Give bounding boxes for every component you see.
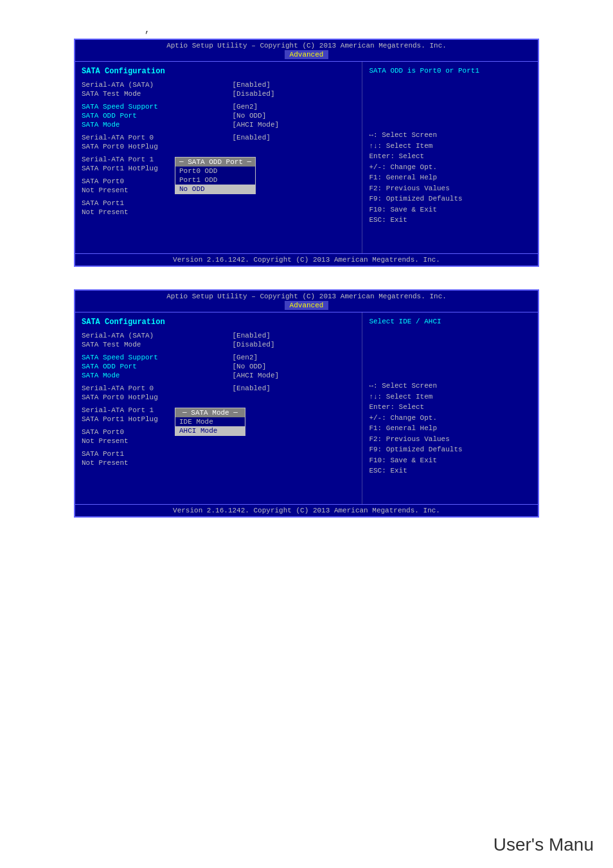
- footer-2: Version 2.16.1242. Copyright (C) 2013 Am…: [75, 504, 538, 516]
- value-test-mode-2: [Disabled]: [233, 341, 356, 348]
- bios-right-1: SATA ODD is Port0 or Port1 ↔: Select Scr…: [362, 62, 538, 263]
- users-manu-label: User's Manu: [493, 835, 594, 855]
- label-test-mode-1: SATA Test Mode: [82, 90, 233, 98]
- dropdown-title-2: ─ SATA Mode ─: [175, 408, 245, 417]
- key-hints-2: ↔: Select Screen ↑↓: Select Item Enter: …: [369, 381, 531, 476]
- titlebar-text-2: Aptio Setup Utility – Copyright (C) 2013…: [166, 293, 447, 300]
- row-port0-2: Serial-ATA Port 0 [Enabled]: [82, 384, 355, 392]
- row-test-mode-1: SATA Test Mode [Disabled]: [82, 90, 355, 98]
- bios-body-2: SATA Configuration Serial-ATA (SATA) [En…: [75, 312, 538, 514]
- tab-advanced-1[interactable]: Advanced: [285, 50, 329, 59]
- dropdown-item-ahci-2[interactable]: AHCI Mode: [175, 426, 245, 435]
- row-odd-port-1: SATA ODD Port [No ODD]: [82, 112, 355, 120]
- value-port0-2: [Enabled]: [233, 384, 356, 392]
- dropdown-title-1: ─ SATA ODD Port ─: [175, 158, 255, 167]
- label-odd-port-2: SATA ODD Port: [82, 363, 233, 370]
- row-port0-1: Serial-ATA Port 0 [Enabled]: [82, 134, 355, 141]
- page: , Aptio Setup Utility – Copyright (C) 20…: [0, 0, 613, 868]
- label-serial-ata-2: Serial-ATA (SATA): [82, 332, 233, 339]
- bios-left-1: SATA Configuration Serial-ATA (SATA) [En…: [75, 62, 362, 263]
- bios-right-2: Select IDE / AHCI ↔: Select Screen ↑↓: S…: [362, 312, 538, 514]
- value-odd-port-1: [No ODD]: [233, 112, 356, 120]
- label-sata-mode-1: SATA Mode: [82, 121, 233, 129]
- titlebar-1: Aptio Setup Utility – Copyright (C) 2013…: [75, 40, 538, 62]
- row-sata-mode-2: SATA Mode [AHCI Mode]: [82, 372, 355, 379]
- label-sataport1-1: SATA Port1: [82, 199, 233, 207]
- bios-body-1: SATA Configuration Serial-ATA (SATA) [En…: [75, 62, 538, 263]
- label-odd-port-1: SATA ODD Port: [82, 112, 233, 120]
- row-test-mode-2: SATA Test Mode [Disabled]: [82, 341, 355, 348]
- value-speed-1: [Gen2]: [233, 103, 356, 111]
- row-notpresent1-1: Not Present: [82, 208, 355, 216]
- bios-screen-1: Aptio Setup Utility – Copyright (C) 2013…: [74, 39, 539, 267]
- label-speed-2: SATA Speed Support: [82, 354, 233, 361]
- row-speed-1: SATA Speed Support [Gen2]: [82, 103, 355, 111]
- label-test-mode-2: SATA Test Mode: [82, 341, 233, 348]
- row-notpresent0-2: Not Present: [82, 437, 355, 445]
- tab-advanced-2[interactable]: Advanced: [285, 301, 329, 310]
- footer-1: Version 2.16.1242. Copyright (C) 2013 Am…: [75, 253, 538, 266]
- label-notpresent1-2: Not Present: [82, 459, 233, 467]
- section-title-2: SATA Configuration: [82, 318, 355, 327]
- titlebar-2: Aptio Setup Utility – Copyright (C) 2013…: [75, 291, 538, 312]
- value-sata-mode-2: [AHCI Mode]: [233, 372, 356, 379]
- titlebar-text-1: Aptio Setup Utility – Copyright (C) 2013…: [166, 42, 447, 50]
- value-port0-1: [Enabled]: [233, 134, 356, 141]
- dropdown-2[interactable]: ─ SATA Mode ─ IDE Mode AHCI Mode: [175, 408, 245, 436]
- value-sata-mode-1: [AHCI Mode]: [233, 121, 356, 129]
- bios-screen-2: Aptio Setup Utility – Copyright (C) 2013…: [74, 289, 539, 518]
- value-serial-ata-2: [Enabled]: [233, 332, 356, 339]
- bios-left-2: SATA Configuration Serial-ATA (SATA) [En…: [75, 312, 362, 514]
- row-port0-hotplug-2: SATA Port0 HotPlug: [82, 393, 355, 401]
- label-port0-hotplug-2: SATA Port0 HotPlug: [82, 393, 233, 401]
- label-serial-ata-1: Serial-ATA (SATA): [82, 81, 233, 89]
- dropdown-item-ide-2[interactable]: IDE Mode: [175, 417, 245, 426]
- value-speed-2: [Gen2]: [233, 354, 356, 361]
- section-title-1: SATA Configuration: [82, 67, 355, 76]
- dropdown-item-port0-odd-1[interactable]: Port0 ODD: [175, 167, 255, 176]
- row-serial-ata-1: Serial-ATA (SATA) [Enabled]: [82, 81, 355, 89]
- comma-mark: ,: [145, 24, 150, 35]
- value-odd-port-2: [No ODD]: [233, 363, 356, 370]
- value-port0-hotplug-1: [233, 143, 356, 150]
- dropdown-item-port1-odd-1[interactable]: Port1 ODD: [175, 176, 255, 185]
- row-odd-port-2: SATA ODD Port [No ODD]: [82, 363, 355, 370]
- row-speed-2: SATA Speed Support [Gen2]: [82, 354, 355, 361]
- label-speed-1: SATA Speed Support: [82, 103, 233, 111]
- row-serial-ata-2: Serial-ATA (SATA) [Enabled]: [82, 332, 355, 339]
- value-serial-ata-1: [Enabled]: [233, 81, 356, 89]
- label-sataport1-2: SATA Port1: [82, 450, 233, 458]
- value-test-mode-1: [Disabled]: [233, 90, 356, 98]
- row-sataport1-1: SATA Port1: [82, 199, 355, 207]
- label-notpresent0-2: Not Present: [82, 437, 233, 445]
- row-sataport1-2: SATA Port1: [82, 450, 355, 458]
- row-sata-mode-1: SATA Mode [AHCI Mode]: [82, 121, 355, 129]
- row-notpresent1-2: Not Present: [82, 459, 355, 467]
- help-text-1: SATA ODD is Port0 or Port1: [369, 67, 531, 75]
- label-notpresent1-1: Not Present: [82, 208, 233, 216]
- key-hints-1: ↔: Select Screen ↑↓: Select Item Enter: …: [369, 130, 531, 226]
- row-port0-hotplug-1: SATA Port0 HotPlug: [82, 143, 355, 150]
- dropdown-item-no-odd-1[interactable]: No ODD: [175, 185, 255, 194]
- label-port0-hotplug-1: SATA Port0 HotPlug: [82, 143, 233, 150]
- label-port0-1: Serial-ATA Port 0: [82, 134, 233, 141]
- label-port0-2: Serial-ATA Port 0: [82, 384, 233, 392]
- help-text-2: Select IDE / AHCI: [369, 318, 531, 325]
- label-sata-mode-2: SATA Mode: [82, 372, 233, 379]
- dropdown-1[interactable]: ─ SATA ODD Port ─ Port0 ODD Port1 ODD No…: [175, 157, 256, 194]
